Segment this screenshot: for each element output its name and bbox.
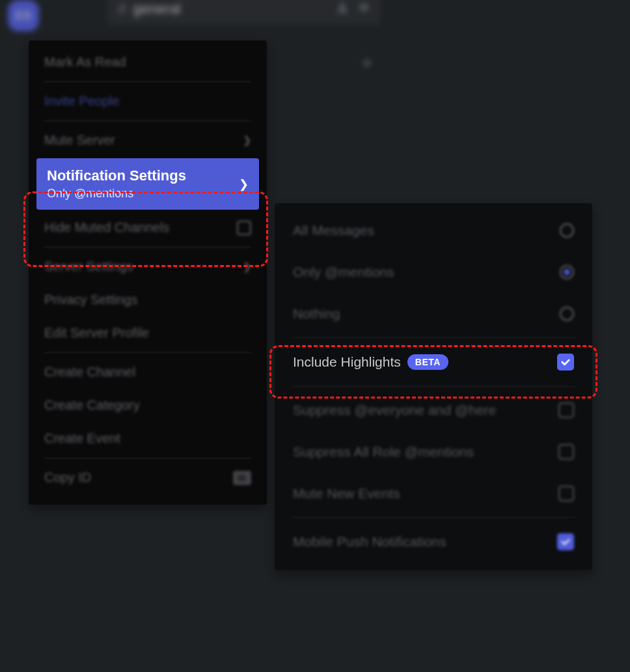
menu-separator [44,81,251,82]
checkbox-empty[interactable] [558,486,574,501]
option-label: Mobile Push Notifications [293,534,446,550]
menu-label: Copy ID [44,470,91,485]
radio-button[interactable] [560,307,574,321]
checkbox-empty[interactable] [558,402,574,418]
option-mobile-push[interactable]: Mobile Push Notifications [280,520,587,563]
id-badge-icon: ID [233,471,251,485]
option-label: Mute New Events [293,486,400,501]
submenu-separator [292,337,575,338]
notification-settings-submenu: All Messages Only @mentions Nothing Incl… [275,203,592,570]
menu-server-settings[interactable]: Server Settings ❯ [36,250,259,283]
option-label: Nothing [293,306,340,322]
checkbox-empty[interactable] [237,221,251,235]
channel-name: general [133,1,329,18]
submenu-separator [292,517,575,518]
menu-mute-server[interactable]: Mute Server ❯ [36,124,259,157]
chevron-right-icon: ❯ [239,177,249,191]
server-initials: ES [16,9,31,23]
option-label: All Messages [293,223,374,238]
option-include-highlights[interactable]: Include Highlights BETA [280,341,587,384]
menu-label: Invite People [44,94,120,109]
chevron-right-icon: ❯ [243,134,251,147]
radio-button-selected[interactable] [560,265,574,279]
menu-separator [44,120,251,121]
menu-separator [44,352,251,353]
option-mute-new-events[interactable]: Mute New Events [280,473,587,514]
menu-label: Server Settings [44,259,133,274]
hash-icon: # [118,0,126,18]
menu-create-category[interactable]: Create Category [36,389,259,422]
menu-label: Mute Server [44,133,115,148]
menu-edit-server-profile[interactable]: Edit Server Profile [36,316,259,350]
option-suppress-roles[interactable]: Suppress All Role @mentions [280,431,587,473]
beta-badge: BETA [407,354,448,370]
menu-label: Mark As Read [44,55,126,70]
option-suppress-everyone[interactable]: Suppress @everyone and @here [280,389,587,431]
checkbox-checked[interactable] [557,354,574,371]
menu-create-channel[interactable]: Create Channel [36,356,259,389]
menu-separator [44,247,251,247]
server-icon[interactable]: ES [8,0,39,31]
checkbox-checked[interactable] [557,533,574,550]
server-context-menu: Mark As Read Invite People Mute Server ❯… [29,40,267,505]
menu-hide-muted-channels[interactable]: Hide Muted Channels [36,211,259,244]
menu-notification-settings[interactable]: Notification Settings Only @mentions ❯ [36,158,259,210]
option-label: Suppress @everyone and @here [293,402,496,418]
menu-label: Hide Muted Channels [44,220,169,235]
menu-label: Create Event [44,431,120,446]
option-only-mentions[interactable]: Only @mentions [280,251,587,293]
option-label: Only @mentions [293,264,394,280]
checkbox-empty[interactable] [558,444,574,460]
menu-label: Create Category [44,398,140,413]
members-icon[interactable] [335,1,349,18]
option-label: Suppress All Role @mentions [293,444,474,460]
menu-label: Create Channel [44,365,135,380]
option-nothing[interactable]: Nothing [280,293,587,335]
menu-separator [44,458,251,458]
option-label: Include Highlights [293,354,401,370]
radio-button[interactable] [560,223,574,238]
menu-create-event[interactable]: Create Event [36,422,259,455]
option-all-messages[interactable]: All Messages [280,210,587,251]
menu-label: Edit Server Profile [44,326,149,341]
menu-invite-people[interactable]: Invite People [36,85,259,118]
menu-subtitle: Only @mentions [47,187,186,201]
menu-mark-as-read[interactable]: Mark As Read [36,46,259,79]
menu-copy-id[interactable]: Copy ID ID [36,461,259,494]
menu-label: Notification Settings [47,167,186,184]
menu-label: Privacy Settings [44,292,137,307]
channel-header: # general [107,0,381,25]
submenu-separator [292,386,575,387]
menu-privacy-settings[interactable]: Privacy Settings [36,283,259,316]
plus-icon[interactable]: + [361,52,373,74]
gear-icon[interactable] [356,1,370,18]
chevron-right-icon: ❯ [243,260,251,273]
